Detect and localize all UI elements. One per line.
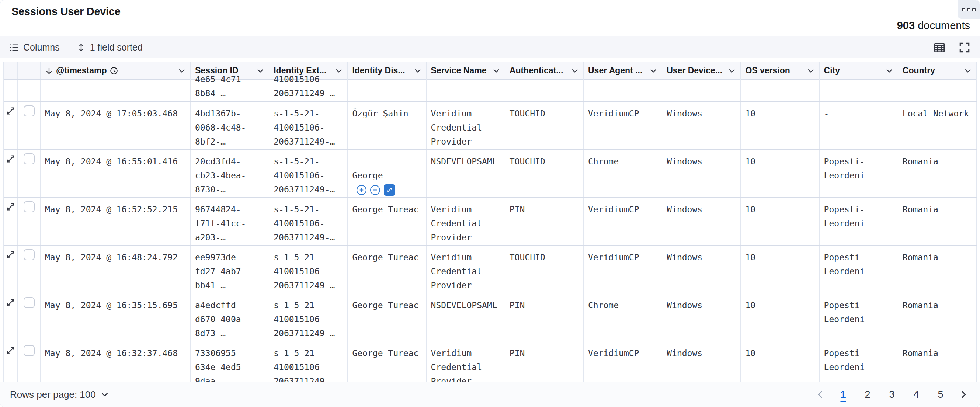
table-row: 4e65-4c71- 8b84-… 410015106- 2063711249-… [4,79,977,102]
next-page-button[interactable] [957,386,970,403]
cell-timestamp: May 8, 2024 @ 16:55:01.416 [41,149,191,197]
cell-user-agent: VeridiumCP [584,245,662,293]
display-density-button[interactable] [933,41,946,54]
toolbar-right-icons [933,41,971,54]
cell-authentication: PIN [505,293,584,341]
columns-button-label: Columns [23,42,60,53]
page-button-5[interactable]: 5 [932,386,949,403]
table-row: May 8, 2024 @ 17:05:03.468 4bd1367b- 006… [4,102,977,149]
cell-city: Popesti- Leordeni [819,293,898,341]
table-row: May 8, 2024 @ 16:55:01.416 20cd3fd4- cb2… [4,149,977,197]
cell-user-device: Windows [662,102,741,149]
page-button-1[interactable]: 1 [835,386,851,403]
cell-user-device: Windows [662,149,741,197]
row-checkbox[interactable] [24,345,35,356]
cell-os-version: 10 [741,341,819,382]
expand-cell-button[interactable] [384,184,395,196]
expand-icon [387,187,393,193]
cell-identity-external: s-1-5-21- 410015106- 2063711249-… [269,197,348,245]
previous-page-button[interactable] [814,386,827,403]
cell-timestamp: May 8, 2024 @ 16:48:24.792 [41,245,191,293]
cell-identity-display: Özgür Şahin [348,102,426,149]
cell-os-version: 10 [741,102,819,149]
cell-city: Popesti- Leordeni [819,245,898,293]
cell-identity-external: s-1-5-21- 410015106- 2063711249-… [269,293,348,341]
columns-button[interactable]: Columns [9,42,60,53]
cell-os-version: 10 [741,149,819,197]
expand-row-icon[interactable] [6,106,16,116]
cell-user-device: Windows [662,245,741,293]
grid-footer: Rows per page: 100 1 2 3 4 5 [0,382,980,407]
cell-service-name: Veridium Credential Provider [426,245,505,293]
cell-city: Popesti- Leordeni [819,341,898,382]
cell-service-name [426,72,505,102]
cell-country: Romania [898,245,977,293]
expand-row-icon[interactable] [6,250,16,259]
sorted-fields-button[interactable]: 1 field sorted [77,42,143,53]
boxes-horizontal-icon [962,8,965,11]
cell-timestamp [41,72,191,102]
sorted-fields-label: 1 field sorted [90,42,143,53]
cell-user-device: Windows [662,293,741,341]
page-button-2[interactable]: 2 [859,386,876,403]
row-expand-cell [4,102,18,149]
documents-count: 903 documents [897,19,970,32]
rows-per-page-button[interactable]: Rows per page: 100 [10,389,109,401]
cell-user-agent: VeridiumCP [584,341,662,382]
expand-row-icon[interactable] [6,346,16,355]
table-row: May 8, 2024 @ 16:48:24.792 ee9973de- fd2… [4,245,977,293]
cell-city: Popesti- Leordeni [819,197,898,245]
filter-out-value-button[interactable] [370,185,380,195]
cell-hover-actions [356,184,395,196]
cell-identity-display: George Tureac [348,245,426,293]
cell-user-agent: Chrome [584,149,662,197]
cell-user-device: Windows [662,197,741,245]
cell-country: Romania [898,293,977,341]
row-expand-cell [4,341,18,382]
cell-session-id: 4e65-4c71- 8b84-… [191,72,269,102]
cell-identity-external: s-1-5-21- 410015106- 2063711249-… [269,149,348,197]
expand-row-icon[interactable] [6,154,16,164]
row-checkbox-cell [18,102,41,149]
cell-authentication: TOUCHID [505,149,584,197]
plus-icon [359,187,364,193]
page-button-3[interactable]: 3 [884,386,900,403]
row-checkbox[interactable] [24,105,35,116]
cell-service-name: NSDEVELOPSAML [426,293,505,341]
fullscreen-button[interactable] [958,41,971,54]
row-checkbox-cell [18,79,41,102]
cell-os-version: 10 [741,197,819,245]
cell-user-agent: Chrome [584,293,662,341]
cell-authentication: PIN [505,341,584,382]
row-checkbox[interactable] [24,297,35,308]
cell-country [898,72,977,102]
filter-for-value-button[interactable] [356,185,366,195]
page-button-4[interactable]: 4 [908,386,924,403]
chevron-left-icon [816,390,825,399]
row-expand-cell [4,245,18,293]
row-checkbox[interactable] [24,249,35,260]
cell-identity-external: s-1-5-21- 410015106- 2063711249 [269,341,348,382]
cell-user-agent [584,72,662,102]
cell-session-id: 4bd1367b- 0068-4c48- 8bf2-… [191,102,269,149]
cell-country: Romania [898,341,977,382]
boxes-horizontal-icon [972,8,975,11]
cell-service-name: NSDEVELOPSAML [426,149,505,197]
row-checkbox[interactable] [24,153,35,164]
header-expand-column [4,62,18,79]
row-checkbox[interactable] [24,201,35,212]
cell-timestamp: May 8, 2024 @ 16:52:52.215 [41,197,191,245]
expand-row-icon[interactable] [6,298,16,307]
cell-identity-display: George Tureac [348,293,426,341]
cell-service-name: Veridium Credential Provider [426,197,505,245]
cell-user-agent: VeridiumCP [584,102,662,149]
cell-country: Local Network [898,102,977,149]
expand-row-icon[interactable] [6,202,16,211]
table-row: May 8, 2024 @ 16:35:15.695 a4edcffd- d67… [4,293,977,341]
panel-options-button[interactable] [958,0,980,19]
row-checkbox-cell [18,245,41,293]
header-checkbox-column [18,62,41,79]
sort-icon [77,43,86,52]
boxes-horizontal-icon [967,8,970,11]
row-checkbox-cell [18,149,41,197]
